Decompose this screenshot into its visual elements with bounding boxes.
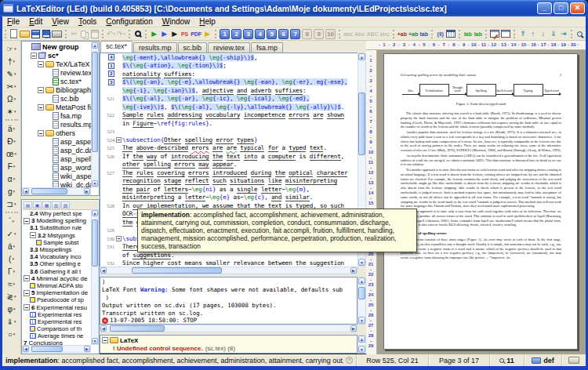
insert-tab-button[interactable]: tab [419,28,429,40]
tree-item-tex-latex-files[interactable]: TeX/LaTeX files [23,60,92,68]
pencil-button[interactable]: ✎▾ [3,67,20,80]
structure-item-minimal-adfa-sto[interactable]: Minimal ADFA sto [23,282,92,289]
approx-button[interactable]: ≈▾ [3,278,20,290]
error-item[interactable]: ! Extra \fi.(sc.tex) (13) [102,352,357,354]
double-down-arrow-button[interactable]: ⇓▾ [3,315,20,328]
structure-item-experimental-res[interactable]: Experimental res [23,318,92,325]
structure-item-5-implementation-de[interactable]: 5Implementation de [23,289,92,296]
errors-panel[interactable]: LaTeX ! Undefined control sequence.(sc.t… [100,335,358,354]
zoom-out-button[interactable] [585,28,586,40]
accent-button[interactable]: ´▾ [3,215,20,227]
tree-item-wiki-aspell-n[interactable]: wiki_aspell_n [23,172,92,180]
menu-edit[interactable]: Edit [24,17,47,26]
bookmark-2[interactable]: 2 [108,71,114,77]
collapse-icon[interactable] [30,232,36,238]
title-bar[interactable]: LaTeXEditor (LEd) (build 0.405853) [C:\D… [0,0,588,16]
scrollbar-thumb[interactable] [132,267,222,274]
insert-label-button[interactable]: lab [463,28,473,40]
tab-sc-bib[interactable]: sc.bib [178,42,208,53]
nav-previous-button[interactable]: ↑ [528,28,538,40]
structure-item-3-2-mistypings[interactable]: 3.2Mistypings [23,232,92,239]
editor-hscroll[interactable]: ◀▶ [100,267,358,274]
structure-refresh-button[interactable]: ▧ [61,201,70,209]
scroll-down-button[interactable]: ▼ [358,259,365,266]
structure-item-comparison-of-th[interactable]: Comparison of th [23,325,92,332]
scrollbar-thumb[interactable] [31,188,67,194]
toolset-4-button[interactable]: 4 [255,29,265,39]
structure-item-6-experimental-resu[interactable]: 6Experimental resu [23,303,92,310]
toolbar-group-handle[interactable] [129,30,131,38]
toolbar-group-handle[interactable] [5,30,7,38]
scroll-down-button[interactable]: ▼ [92,338,98,344]
menu-file[interactable]: File [2,17,24,26]
toolset-6-button[interactable]: 6 [278,29,289,39]
menu-help[interactable]: Help [194,17,220,26]
scroll-up-button[interactable]: ▲ [358,53,365,60]
scroll-down-button[interactable]: ▼ [358,346,365,353]
new-file-button[interactable] [9,28,19,40]
circle-button[interactable]: ○▾ [3,328,20,340]
project-tree[interactable]: New groupsc*TeX/LaTeX filesreview.texsc.… [23,42,92,188]
save-all-button[interactable] [41,28,51,40]
bookmark-3[interactable]: 3 [108,79,114,85]
print-button[interactable] [51,28,63,40]
dagger-button[interactable]: †▾ [3,55,20,67]
function-button[interactable]: F▾ [3,160,20,172]
scroll-right-button[interactable]: ▶ [350,325,357,332]
toolbar-group-handle[interactable] [145,30,147,38]
project-tree-hscroll[interactable]: ◀▶ [22,187,91,195]
zoom-in-button[interactable] [575,28,585,40]
preview-canvas[interactable]: Correcting spelling errors by modelling … [377,50,586,354]
nav-first-button[interactable]: ⇑ [517,28,528,40]
find-button[interactable] [132,28,143,40]
tree-item-metapost-files[interactable]: MetaPost files [23,103,92,111]
scrollbar-thumb[interactable] [31,346,63,352]
compile-stop-button[interactable]: ▶ [169,28,180,40]
tree-item-fsa-mp[interactable]: fsa.mp [23,111,92,120]
scrollbar-thumb[interactable] [110,325,165,332]
structure-hscroll[interactable]: ◀▶ [22,345,91,353]
view-dvi-button[interactable]: ▶ [159,28,169,40]
collapse-icon[interactable] [38,104,44,111]
status-close-icon[interactable]: ✕ [346,357,353,364]
errors-group-row[interactable]: LaTeX [102,336,357,344]
close-button[interactable]: ✕ [570,2,585,14]
insert-date-button[interactable] [445,28,456,40]
scroll-left-button[interactable]: ◀ [100,325,107,332]
scroll-left-button[interactable]: ◀ [100,267,107,274]
tab-review-tex[interactable]: review.tex [208,42,250,53]
tree-item-results-mp[interactable]: results.mp [23,120,92,129]
menu-window[interactable]: Window [158,17,195,26]
project-tree-vscroll[interactable]: ▲▼ [91,42,99,187]
letter-g-button[interactable]: g▾ [3,185,20,198]
toolset-7-button[interactable]: 7 [290,29,300,39]
scrollbar-thumb[interactable] [92,219,98,267]
collapse-icon[interactable] [38,61,44,67]
tree-item-asp-ispell-dat[interactable]: asp_ispell.dat [23,154,92,163]
toolset-2-button[interactable]: 2 [231,29,241,39]
collapse-icon[interactable] [31,53,37,59]
toolbar-group-handle[interactable] [102,30,104,38]
structure-item-3-4-vocabulary-inco[interactable]: 3.4Vocabulary inco [23,253,92,260]
toolbar-group-handle[interactable] [339,30,341,38]
phi-button[interactable]: φ▾ [3,303,20,315]
bookmark-4[interactable]: 4 [108,54,114,60]
error-item[interactable]: ! Undefined control sequence.(sc.tex) (8… [102,344,357,352]
tree-item-new-group[interactable]: New group [23,42,92,51]
toolbar-group-handle[interactable] [65,30,67,38]
structure-item-2-4-why-perfect-spe[interactable]: 2.4Why perfect spe [23,210,92,217]
toolbar-group-handle[interactable] [215,30,217,38]
scrollbar-thumb[interactable] [358,92,365,155]
scroll-left-button[interactable]: ◀ [23,346,29,352]
a-umlaut-button[interactable]: ä▾ [3,122,20,135]
alpha-button[interactable]: α▾ [3,172,20,185]
scroll-up-button[interactable]: ▲ [92,210,98,216]
oe-ligature-button[interactable]: œ▾ [3,147,20,160]
structure-item-3-6-gathering-it-all-t[interactable]: 3.6Gathering it all t [23,268,92,275]
scroll-up-button[interactable]: ▲ [358,336,365,343]
parenthesis-button[interactable]: (▾ [3,252,20,265]
scroll-up-button[interactable]: ▲ [92,42,98,49]
structure-item-3-3-misspellings[interactable]: 3.3Misspellings [23,246,92,253]
scroll-down-button[interactable]: ▼ [358,317,365,324]
structure-item-4-minimal-acyclic-de[interactable]: 4Minimal acyclic de [23,275,92,282]
